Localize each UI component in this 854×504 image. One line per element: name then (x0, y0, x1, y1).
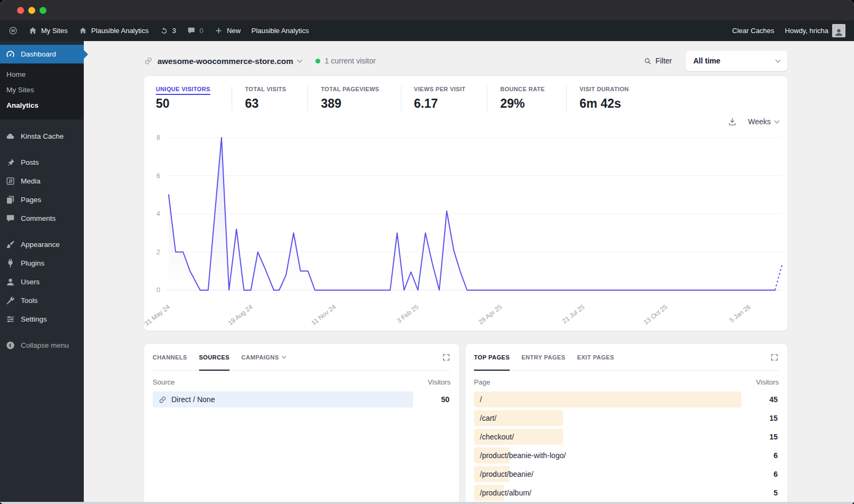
svg-text:31 May 24: 31 May 24 (144, 303, 171, 327)
tab-exit-pages[interactable]: EXIT PAGES (577, 344, 614, 370)
clear-caches-button[interactable]: Clear Caches (727, 20, 780, 41)
pages-card: TOP PAGESENTRY PAGESEXIT PAGES Page Visi… (465, 344, 787, 504)
stat-total-visits[interactable]: TOTAL VISITS63 (232, 86, 307, 111)
sidebar-item-settings[interactable]: Settings (0, 310, 84, 329)
page-row[interactable]: /checkout/15 (474, 429, 779, 445)
stat-value: 63 (245, 97, 286, 111)
sidebar-item-kinsta-cache[interactable]: Kinsta Cache (0, 127, 84, 146)
cloud-icon (5, 131, 15, 141)
sidebar-item-dashboard[interactable]: Dashboard (0, 45, 84, 63)
pages-tabs: TOP PAGESENTRY PAGESEXIT PAGES (474, 344, 614, 370)
sidebar-subitem-analytics[interactable]: Analytics (0, 98, 84, 113)
brush-icon (5, 239, 15, 250)
stat-unique-visitors[interactable]: UNIQUE VISITORS50 (156, 86, 232, 111)
tab-campaigns[interactable]: CAMPAIGNS (241, 344, 285, 370)
sidebar-item-comments[interactable]: Comments (0, 209, 84, 228)
stat-bounce-rate[interactable]: BOUNCE RATE29% (487, 86, 566, 111)
source-row[interactable]: Direct / None50 (153, 391, 450, 407)
tab-top-pages[interactable]: TOP PAGES (474, 344, 510, 370)
svg-text:19 Aug 24: 19 Aug 24 (227, 303, 254, 327)
sidebar-item-plugins[interactable]: Plugins (0, 254, 84, 273)
sidebar-item-label: Appearance (21, 241, 60, 249)
current-visitors[interactable]: 1 current visitor (315, 57, 376, 65)
account-menu[interactable]: Howdy, hricha (780, 20, 851, 41)
stat-total-pageviews[interactable]: TOTAL PAGEVIEWS389 (307, 86, 400, 111)
tab-label: TOP PAGES (474, 354, 510, 361)
svg-text:13 Oct 25: 13 Oct 25 (642, 303, 669, 326)
row-label: /product/beanie/ (480, 466, 533, 482)
date-range-select[interactable]: All time (686, 51, 787, 71)
close-window-button[interactable] (17, 7, 24, 14)
svg-text:W: W (11, 28, 15, 33)
sidebar-item-pages[interactable]: Pages (0, 190, 84, 209)
online-dot-icon (315, 59, 320, 63)
wp-logo-menu[interactable]: W (3, 20, 23, 41)
row-value: 6 (773, 447, 778, 463)
comments-menu[interactable]: 0 (181, 20, 209, 41)
analytics-main-card: UNIQUE VISITORS50TOTAL VISITS63TOTAL PAG… (144, 76, 787, 331)
site-selector[interactable]: awesome-woocommerce-store.com (144, 57, 302, 66)
fullscreen-window-button[interactable] (39, 7, 46, 14)
row-value: 15 (769, 410, 778, 426)
home-icon (78, 26, 88, 35)
tab-entry-pages[interactable]: ENTRY PAGES (521, 344, 565, 370)
sidebar-item-users[interactable]: Users (0, 273, 84, 291)
plausible-analytics-menu[interactable]: Plausible Analytics (246, 20, 314, 41)
sidebar-item-appearance[interactable]: Appearance (0, 235, 84, 254)
row-value: 5 (773, 485, 778, 501)
page-row[interactable]: /product/album/5 (474, 485, 779, 501)
link-icon (159, 396, 167, 404)
download-export-icon[interactable] (728, 117, 737, 126)
sidebar-subitem-home[interactable]: Home (0, 67, 84, 82)
chart-controls: Weeks (728, 117, 779, 126)
menu-separator (0, 329, 84, 336)
expand-icon[interactable] (770, 353, 779, 362)
svg-text:11 Nov 24: 11 Nov 24 (310, 303, 337, 326)
stat-views-per-visit[interactable]: VIEWS PER VISIT6.17 (401, 86, 487, 111)
updates-icon (160, 26, 169, 35)
chevron-down-icon (776, 57, 781, 62)
row-value: 6 (773, 466, 778, 482)
site-home-menu[interactable]: Plausible Analytics (73, 20, 154, 41)
tab-sources[interactable]: SOURCES (199, 344, 230, 370)
page-row[interactable]: /product/beanie/6 (474, 466, 779, 482)
page-row[interactable]: /45 (474, 391, 779, 407)
interval-select[interactable]: Weeks (748, 117, 779, 126)
expand-icon[interactable] (442, 353, 450, 362)
my-sites-menu[interactable]: My Sites (23, 20, 73, 41)
new-content-menu[interactable]: New (209, 20, 246, 41)
source-column-label: Source (153, 378, 175, 386)
macos-window: W My Sites Plausible Analytics 3 0 New P… (0, 0, 854, 504)
sidebar-item-tools[interactable]: Tools (0, 291, 84, 310)
window-bottom-edge (0, 502, 854, 504)
minimize-window-button[interactable] (28, 7, 35, 14)
user-avatar-icon (834, 27, 844, 37)
sidebar-item-posts[interactable]: Posts (0, 153, 84, 172)
svg-text:4: 4 (156, 210, 160, 218)
row-value: 15 (769, 429, 778, 445)
page-row[interactable]: /cart/15 (474, 410, 779, 426)
sidebar-item-collapse-menu[interactable]: Collapse menu (0, 336, 84, 355)
tab-label: SOURCES (199, 354, 230, 361)
filter-button[interactable]: Filter (644, 57, 672, 65)
stat-visit-duration[interactable]: VISIT DURATION6m 42s (566, 86, 650, 111)
comment-icon (5, 213, 15, 223)
sidebar-item-media[interactable]: Media (0, 172, 84, 190)
stat-label: UNIQUE VISITORS (156, 86, 210, 92)
avatar (832, 24, 845, 37)
updates-menu[interactable]: 3 (154, 20, 181, 41)
site-name: awesome-woocommerce-store.com (157, 57, 293, 66)
sources-card: CHANNELSSOURCESCAMPAIGNS Source Visitors… (144, 344, 459, 504)
tab-label: CHANNELS (153, 354, 187, 361)
row-value: 50 (441, 391, 449, 407)
stat-value: 6m 42s (580, 97, 629, 111)
sidebar-subitem-my-sites[interactable]: My Sites (0, 82, 84, 98)
sidebar-item-label: Users (21, 278, 39, 286)
page-row[interactable]: /product/beanie-with-logo/6 (474, 447, 779, 463)
sidebar-item-label: Kinsta Cache (21, 132, 64, 140)
tab-channels[interactable]: CHANNELS (153, 344, 187, 370)
stat-label: TOTAL PAGEVIEWS (321, 86, 379, 92)
stat-label: VISIT DURATION (580, 86, 629, 92)
wrench-icon (5, 295, 15, 306)
stat-value: 50 (156, 97, 210, 111)
